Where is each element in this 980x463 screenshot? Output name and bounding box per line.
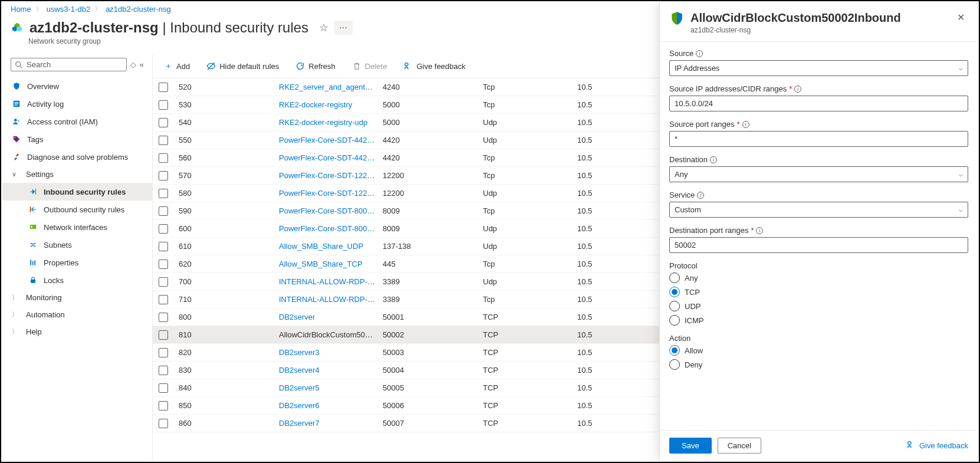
info-icon[interactable]: i [794,86,801,93]
source-select[interactable]: IP Addresses⌵ [669,60,968,76]
dest-port-input[interactable]: 50002 [669,237,968,253]
row-checkbox[interactable] [159,136,168,145]
cell-name[interactable]: RKE2-docker-registry-udp [279,118,383,127]
cell-name[interactable]: RKE2_server_and_agent_nod… [279,83,383,91]
add-button[interactable]: ＋Add [160,59,193,73]
bc-parent[interactable]: usws3-1-db2 [47,5,90,14]
protocol-radio-udp[interactable]: UDP [669,301,968,311]
row-checkbox[interactable] [159,295,168,304]
feedback-button[interactable]: Give feedback [400,59,469,73]
nav-inbound-rules[interactable]: Inbound security rules [2,183,152,201]
nav-monitoring-group[interactable]: 〉Monitoring [2,289,152,306]
row-checkbox[interactable] [159,348,168,357]
cell-name[interactable]: DB2server [279,313,383,321]
protocol-radio-any[interactable]: Any [669,272,968,283]
protocol-radio-tcp[interactable]: TCP [669,287,968,297]
hide-default-button[interactable]: Hide default rules [203,59,282,73]
cell-name[interactable]: PowerFlex-Core-SDT-8009tcp [279,206,383,215]
row-checkbox[interactable] [159,206,168,216]
nav-diagnose[interactable]: Diagnose and solve problems [2,148,152,166]
info-icon[interactable]: i [710,156,717,163]
nav-overview[interactable]: Overview [2,77,152,95]
cell-protocol: TCP [483,348,577,357]
row-checkbox[interactable] [159,242,168,251]
cell-name[interactable]: INTERNAL-ALLOW-RDP-TCP [279,295,383,304]
nav-outbound-rules[interactable]: Outbound security rules [2,201,152,218]
row-checkbox[interactable] [159,189,168,198]
expand-icon[interactable]: ◇ [130,60,136,69]
cell-priority: 850 [179,401,279,410]
cell-name[interactable]: DB2server7 [279,419,383,428]
action-radio-deny[interactable]: Deny [669,359,968,370]
info-icon[interactable]: i [697,192,704,199]
close-icon[interactable]: ✕ [953,11,968,24]
cell-name[interactable]: DB2server4 [279,366,383,375]
row-checkbox[interactable] [159,366,168,375]
cell-name[interactable]: PowerFlex-Core-SDT-4420tcp [279,153,383,162]
radio-icon [669,345,680,356]
cell-name[interactable]: RKE2-docker-registry [279,100,383,109]
row-checkbox[interactable] [159,83,168,92]
cell-name[interactable]: DB2server3 [279,348,383,357]
nav-subnets[interactable]: Subnets [2,236,152,254]
nav-help-group[interactable]: 〉Help [2,323,152,340]
row-checkbox[interactable] [159,260,168,269]
info-icon[interactable]: i [696,50,703,57]
cell-name[interactable]: PowerFlex-Core-SDT-4420u… [279,136,383,145]
cell-name[interactable]: Allow_SMB_Share_TCP [279,260,383,268]
row-checkbox[interactable] [159,153,168,163]
cell-port: 5000 [383,118,483,127]
bc-current[interactable]: az1db2-cluster-nsg [106,5,171,14]
save-button[interactable]: Save [669,438,712,454]
cell-name[interactable]: Allow_SMB_Share_UDP [279,242,383,251]
destination-select[interactable]: Any⌵ [669,166,968,182]
nav-network-interfaces[interactable]: Network interfaces [2,218,152,236]
row-checkbox[interactable] [159,224,168,234]
nav-tags[interactable]: Tags [2,130,152,148]
row-checkbox[interactable] [159,100,168,110]
svg-rect-16 [31,280,35,283]
row-checkbox[interactable] [159,401,168,411]
cell-name[interactable]: PowerFlex-Core-SDT-12200… [279,189,383,198]
cell-name[interactable]: PowerFlex-Core-SDT-12200t… [279,171,383,180]
action-radio-allow[interactable]: Allow [669,345,968,356]
favorite-star-icon[interactable]: ☆ [319,21,328,34]
give-feedback-link[interactable]: Give feedback [906,440,968,451]
collapse-icon[interactable]: « [140,60,144,69]
bc-home[interactable]: Home [11,5,31,14]
action-radio-group: AllowDeny [669,345,968,370]
nav-settings-group[interactable]: ∨Settings [2,166,152,183]
more-actions-icon[interactable]: ⋯ [334,21,353,35]
search-input[interactable]: Search [11,58,127,71]
required-icon: * [751,226,754,235]
nav-activity-log[interactable]: Activity log [2,95,152,113]
row-checkbox[interactable] [159,118,168,127]
service-select[interactable]: Custom⌵ [669,202,968,218]
cell-priority: 610 [179,242,279,251]
row-checkbox[interactable] [159,277,168,287]
refresh-button[interactable]: Refresh [292,59,339,73]
info-icon[interactable]: i [742,121,749,128]
svg-rect-4 [15,103,19,104]
protocol-radio-icmp[interactable]: ICMP [669,315,968,326]
cell-name[interactable]: DB2server5 [279,383,383,392]
radio-icon [669,301,680,311]
nav-automation-group[interactable]: 〉Automation [2,306,152,323]
nav-locks[interactable]: Locks [2,271,152,289]
row-checkbox[interactable] [159,313,168,322]
source-port-input[interactable]: * [669,131,968,147]
cell-name[interactable]: INTERNAL-ALLOW-RDP-UDP [279,277,383,286]
cell-name[interactable]: AllowCidrBlockCustom5000… [279,330,383,339]
row-checkbox[interactable] [159,330,168,340]
cell-name[interactable]: PowerFlex-Core-SDT-8009u… [279,224,383,233]
cancel-button[interactable]: Cancel [718,438,761,454]
cell-name[interactable]: DB2server6 [279,401,383,410]
row-checkbox[interactable] [159,383,168,393]
row-checkbox[interactable] [159,171,168,180]
row-checkbox[interactable] [159,419,168,428]
source-ip-input[interactable]: 10.5.0.0/24 [669,96,968,111]
info-icon[interactable]: i [756,227,763,234]
nav-properties[interactable]: Properties [2,254,152,271]
svg-rect-3 [15,102,19,103]
nav-access-control[interactable]: Access control (IAM) [2,113,152,130]
